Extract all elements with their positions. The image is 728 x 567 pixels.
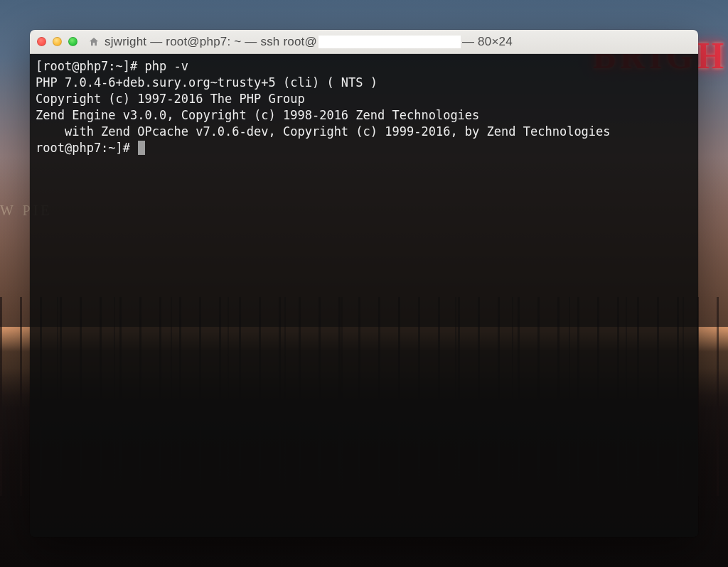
traffic-lights (37, 37, 77, 46)
terminal-line: Copyright (c) 1997-2016 The PHP Group (36, 91, 692, 107)
close-button[interactable] (37, 37, 46, 46)
terminal-body[interactable]: [root@php7:~]# php -v PHP 7.0.4-6+deb.su… (30, 54, 698, 537)
home-icon (87, 36, 100, 48)
terminal-line: with Zend OPcache v7.0.6-dev, Copyright … (36, 124, 692, 140)
maximize-button[interactable] (68, 37, 77, 46)
window-title: sjwright — root@php7: ~ — ssh root@— 80×… (105, 35, 513, 49)
minimize-button[interactable] (53, 37, 62, 46)
terminal-prompt: root@php7:~]# (36, 141, 137, 155)
window-title-bar[interactable]: sjwright — root@php7: ~ — ssh root@— 80×… (30, 30, 698, 54)
terminal-line: PHP 7.0.4-6+deb.sury.org~trusty+5 (cli) … (36, 75, 692, 91)
cursor-icon (138, 141, 145, 155)
redacted-host (318, 36, 461, 48)
window-title-prefix: sjwright — root@php7: ~ — ssh root@ (105, 35, 317, 48)
window-title-suffix: — 80×24 (462, 35, 513, 48)
terminal-line: Zend Engine v3.0.0, Copyright (c) 1998-2… (36, 107, 692, 124)
terminal-line: [root@php7:~]# php -v (36, 58, 692, 75)
terminal-window: sjwright — root@php7: ~ — ssh root@— 80×… (30, 30, 698, 537)
terminal-prompt-line: root@php7:~]# (36, 140, 692, 156)
